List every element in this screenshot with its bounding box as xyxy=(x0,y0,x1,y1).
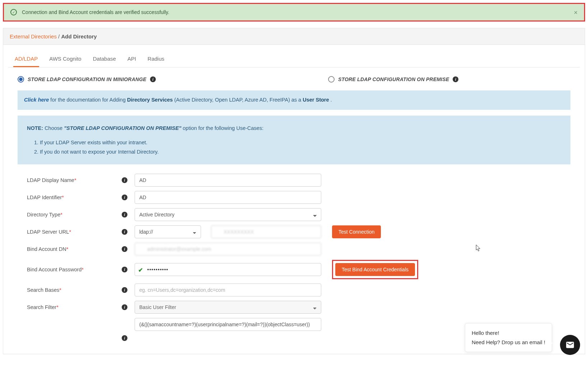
tab-database[interactable]: Database xyxy=(92,52,117,67)
test-bind-highlight: Test Bind Account Credentials xyxy=(332,260,418,279)
radio-miniorange[interactable]: STORE LDAP CONFIGURATION IN MINIORANGE i xyxy=(18,76,156,83)
row-search-bases: Search Bases* i xyxy=(18,284,570,296)
breadcrumb-current: Add Directory xyxy=(61,33,97,39)
info-icon[interactable]: i xyxy=(122,195,127,200)
chat-fab-button[interactable] xyxy=(560,335,580,355)
tab-adldap[interactable]: AD/LDAP xyxy=(13,52,39,67)
radio-circle-unchecked-icon xyxy=(328,76,335,83)
bind-dn-label: Bind Account DN* xyxy=(18,246,122,252)
identifier-input[interactable] xyxy=(135,191,321,204)
search-filter-select[interactable]: Basic User Filter xyxy=(135,301,321,314)
radio-onprem-label: STORE LDAP CONFIGURATION ON PREMISE xyxy=(338,76,449,82)
info-icon[interactable]: i xyxy=(122,246,127,252)
info-icon[interactable]: i xyxy=(122,212,127,217)
main-panel: External Directories / Add Directory AD/… xyxy=(3,28,585,354)
search-bases-label: Search Bases* xyxy=(18,287,122,293)
note-label: NOTE: xyxy=(27,125,43,131)
chat-bubble: Hello there! Need Help? Drop us an email… xyxy=(465,323,552,352)
check-circle-icon: ✓ xyxy=(10,9,17,15)
breadcrumb-parent-link[interactable]: External Directories xyxy=(10,33,57,39)
info-icon[interactable]: i xyxy=(122,177,127,183)
radio-miniorange-label: STORE LDAP CONFIGURATION IN MINIORANGE xyxy=(28,76,146,82)
doc-text3: . xyxy=(331,97,332,103)
bind-pw-label: Bind Account Password* xyxy=(18,267,122,272)
note-li1: If your LDAP Server exists within your i… xyxy=(40,138,561,147)
radio-onprem[interactable]: STORE LDAP CONFIGURATION ON PREMISE i xyxy=(328,76,458,83)
bind-pw-input[interactable] xyxy=(135,263,321,276)
search-bases-input[interactable] xyxy=(135,284,321,296)
note-emph: "STORE LDAP CONFIGURATION ON PREMISE" xyxy=(64,125,181,131)
info-icon[interactable]: i xyxy=(453,76,458,82)
tab-radius[interactable]: Radius xyxy=(146,52,166,67)
note-choose: Choose xyxy=(45,125,64,131)
doc-text1: for the documentation for Adding xyxy=(50,97,127,103)
test-bind-button[interactable]: Test Bind Account Credentials xyxy=(335,263,415,276)
note-after: option for the following Use-Cases: xyxy=(183,125,263,131)
click-here-link[interactable]: Click here xyxy=(24,97,49,103)
chat-line1: Hello there! xyxy=(472,328,545,338)
breadcrumb: External Directories / Add Directory xyxy=(3,28,585,45)
info-icon[interactable]: i xyxy=(122,287,127,293)
info-icon[interactable]: i xyxy=(122,335,127,341)
doc-text2: (Active Directory, Open LDAP, Azure AD, … xyxy=(174,97,303,103)
dir-type-label: Directory Type* xyxy=(18,212,122,217)
server-url-label: LDAP Server URL* xyxy=(18,229,122,235)
bind-dn-input[interactable] xyxy=(135,243,321,256)
proto-select[interactable]: ldap:// xyxy=(135,225,201,238)
info-icon[interactable]: i xyxy=(122,229,127,235)
chat-line2: Need Help? Drop us an email ! xyxy=(472,338,545,347)
test-connection-button[interactable]: Test Connection xyxy=(332,225,381,238)
user-store-text: User Store xyxy=(303,97,329,103)
row-server-url: LDAP Server URL* i ldap:// ✔ Test Connec… xyxy=(18,225,570,238)
server-host-input[interactable] xyxy=(211,225,321,238)
tab-api[interactable]: API xyxy=(126,52,137,67)
search-filter-label: Search Filter* xyxy=(18,304,122,310)
tabs: AD/LDAP AWS Cognito Database API Radius xyxy=(8,52,580,67)
row-bind-dn: Bind Account DN* i ✔ xyxy=(18,243,570,256)
info-icon[interactable]: i xyxy=(150,76,156,82)
doc-link-box: Click here for the documentation for Add… xyxy=(18,90,570,110)
search-filter-value-input[interactable] xyxy=(135,318,321,331)
alert-close-button[interactable]: × xyxy=(574,9,578,17)
check-icon: ✔ xyxy=(138,267,143,273)
row-dir-type: Directory Type* i Active Directory xyxy=(18,208,570,221)
alert-success: ✓ Connection and Bind Account credential… xyxy=(3,3,585,22)
row-bind-pw: Bind Account Password* i ✔ Test Bind Acc… xyxy=(18,260,570,279)
tab-aws-cognito[interactable]: AWS Cognito xyxy=(48,52,83,67)
display-name-input[interactable] xyxy=(135,174,321,187)
row-identifier: LDAP Identifier* i xyxy=(18,191,570,204)
display-name-label: LDAP Display Name* xyxy=(18,177,122,183)
info-icon[interactable]: i xyxy=(122,304,127,310)
mail-icon xyxy=(565,340,575,350)
radio-circle-checked-icon xyxy=(18,76,24,83)
storage-radio-row: STORE LDAP CONFIGURATION IN MINIORANGE i… xyxy=(18,76,570,83)
dir-type-select[interactable]: Active Directory xyxy=(135,208,321,221)
info-icon[interactable]: i xyxy=(122,267,127,272)
alert-text: Connection and Bind Account credentials … xyxy=(22,9,169,15)
note-box: NOTE: Choose "STORE LDAP CONFIGURATION O… xyxy=(18,116,570,164)
directory-services-text: Directory Services xyxy=(127,97,173,103)
row-display-name: LDAP Display Name* i xyxy=(18,174,570,187)
identifier-label: LDAP Identifier* xyxy=(18,195,122,200)
note-li2: If you do not want to expose your Intern… xyxy=(40,147,561,156)
row-search-filter: Search Filter* i Basic User Filter xyxy=(18,301,570,314)
tab-content: STORE LDAP CONFIGURATION IN MINIORANGE i… xyxy=(3,67,585,354)
